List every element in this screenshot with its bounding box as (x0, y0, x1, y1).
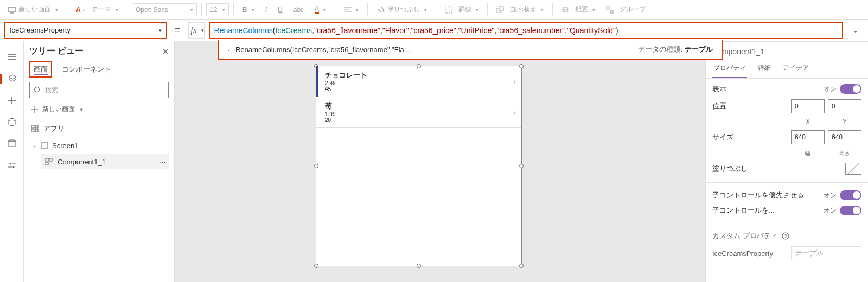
resize-handle[interactable] (314, 264, 318, 268)
custom-prop-value[interactable]: テーブル (791, 246, 861, 260)
theme-dropdown[interactable]: Aa テーマ▾ (72, 2, 123, 17)
info-icon[interactable]: ? (781, 232, 790, 240)
component-label: Component1_1 (58, 158, 106, 166)
strike-button[interactable]: abc (289, 2, 308, 17)
fa3: "cra56_price" (411, 26, 456, 35)
canvas[interactable]: チョコレート 2.99 45 › 莓 1.99 20 › (175, 41, 705, 282)
bold-button[interactable]: B▾ (238, 2, 259, 17)
svg-rect-34 (46, 158, 48, 161)
resize-handle[interactable] (519, 264, 524, 268)
font-color-button[interactable]: A▾ (310, 2, 330, 17)
align-button[interactable]: 配置▾ (557, 2, 599, 17)
width-input[interactable]: 640 (791, 130, 825, 144)
svg-rect-11 (607, 7, 609, 9)
height-input[interactable]: 640 (828, 130, 861, 144)
nav-insert[interactable] (7, 95, 17, 105)
svg-point-23 (12, 166, 14, 168)
font-size-select[interactable]: 12▾ (206, 3, 229, 16)
tab-advanced[interactable]: 詳細 (757, 61, 772, 78)
svg-point-5 (383, 10, 385, 11)
font-size-value: 12 (210, 6, 217, 14)
font-family-select[interactable]: Open Sans▾ (132, 3, 197, 16)
new-screen-dropdown[interactable]: 新しい画面▾ (3, 2, 62, 17)
tab-screens-label: 画面 (34, 65, 48, 75)
hamburger-icon[interactable] (7, 52, 17, 62)
fill-color-button[interactable]: 塗りつぶし▾ (372, 2, 431, 17)
formula-input[interactable]: RenameColumns(IceCreams,"cra56_flavornam… (209, 22, 843, 39)
formula-fn: RenameColumns (214, 26, 273, 35)
intellisense-text: RenameColumns(IceCreams,"cra56_flavornam… (235, 46, 410, 54)
tree-new-screen[interactable]: 新しい画面▾ (29, 102, 169, 116)
position-y-input[interactable]: 0 (828, 99, 861, 113)
layers-icon (8, 74, 17, 84)
tab-properties[interactable]: プロパティ (712, 61, 747, 78)
tree-component-node[interactable]: Component1_1 ··· (41, 154, 169, 169)
intellisense-result[interactable]: ⌄ RenameColumns(IceCreams,"cra56_flavorn… (219, 40, 629, 59)
tab-components[interactable]: コンポーネント (59, 62, 114, 76)
tree-search-input[interactable]: 検索 (29, 82, 169, 98)
y-sublabel: Y (828, 119, 861, 125)
align-label: 配置 (575, 5, 588, 14)
align-text-button[interactable]: ▾ (340, 2, 363, 17)
size-label: サイズ (712, 132, 733, 142)
visible-label: 表示 (712, 84, 726, 94)
underline-button[interactable]: U (273, 2, 287, 17)
properties-panel: Component1_1 プロパティ 詳細 アイデア 表示 オン 位置 0 0 (705, 41, 868, 282)
border-button[interactable]: 罫線▾ (441, 2, 483, 17)
x-sublabel: X (791, 119, 825, 125)
svg-rect-32 (35, 129, 38, 132)
tree-screen-node[interactable]: ⌄ Screen1 (29, 139, 169, 152)
equals-sign: = (171, 24, 184, 36)
nav-data[interactable] (7, 117, 17, 127)
arrange-button[interactable]: 並べ替え▾ (492, 2, 547, 17)
formula-expand-button[interactable]: ⌄ (847, 22, 864, 39)
tree-app-node[interactable]: アプリ (29, 121, 169, 136)
fill-prop-label: 塗りつぶし (712, 164, 748, 174)
group-button[interactable]: グループ (602, 2, 650, 17)
child-control-state: オン (824, 206, 837, 215)
fill-color-picker[interactable] (845, 163, 861, 175)
svg-rect-6 (445, 7, 452, 13)
svg-point-21 (9, 163, 11, 165)
gallery-item[interactable]: チョコレート 2.99 45 › (316, 66, 521, 97)
svg-point-25 (35, 87, 40, 92)
gallery-item[interactable]: 莓 1.99 20 › (316, 97, 521, 128)
resize-handle[interactable] (519, 164, 524, 168)
position-label: 位置 (712, 101, 726, 111)
position-x-input[interactable]: 0 (791, 99, 825, 113)
nav-settings[interactable] (7, 161, 17, 170)
w-sublabel: 幅 (791, 150, 825, 157)
child-control-toggle[interactable] (840, 206, 861, 215)
arrange-label: 並べ替え (510, 5, 537, 14)
gallery-title: 莓 (325, 101, 515, 111)
intellisense-datatype: データの種類: テーブル (629, 40, 722, 59)
formula-ds: IceCreams (275, 26, 312, 35)
tab-screens[interactable]: 画面 (29, 61, 52, 78)
resize-handle[interactable] (417, 264, 421, 268)
canvas-component[interactable]: チョコレート 2.99 45 › 莓 1.99 20 › (316, 66, 522, 266)
italic-button[interactable]: I (261, 2, 271, 17)
bucket-icon (376, 5, 385, 14)
nav-tree-view[interactable] (0, 74, 23, 84)
property-selector[interactable]: IceCreamsProperty ▾ (4, 22, 167, 39)
tab-ideas[interactable]: アイデア (782, 61, 810, 78)
svg-point-18 (9, 119, 15, 121)
component-more-button[interactable]: ··· (159, 158, 165, 166)
visible-toggle[interactable] (840, 84, 861, 94)
border-label: 罫線 (458, 5, 471, 14)
tree-close-button[interactable]: ✕ (162, 47, 169, 56)
nav-media[interactable] (7, 139, 17, 149)
visible-state: オン (824, 85, 837, 94)
fa4: "UnitPrice" (458, 26, 495, 35)
svg-rect-0 (9, 7, 15, 12)
property-value: IceCreamsProperty (10, 26, 71, 34)
child-priority-toggle[interactable] (840, 190, 861, 200)
ribbon: 新しい画面▾ Aa テーマ▾ Open Sans▾ 12▾ B▾ I U abc… (0, 0, 868, 20)
resize-handle[interactable] (314, 164, 318, 168)
chevron-right-icon: › (513, 108, 516, 117)
fx-button[interactable]: fx▾ (188, 22, 205, 39)
svg-rect-35 (49, 158, 52, 161)
child-priority-label: 子コントロールを優先させる (712, 190, 804, 200)
h-sublabel: 高さ (828, 150, 861, 157)
plus-icon (30, 105, 39, 114)
